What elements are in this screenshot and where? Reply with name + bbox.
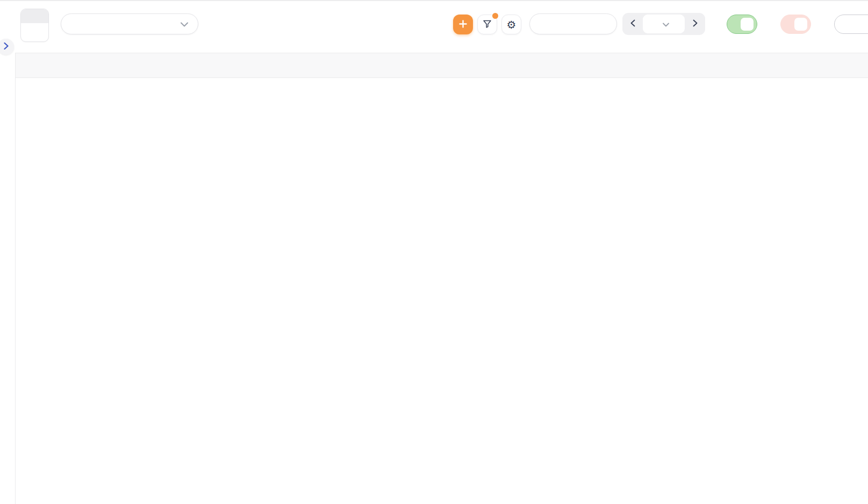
filter-notification-dot	[492, 13, 498, 19]
date-badge-month	[21, 9, 48, 23]
plus-icon	[458, 19, 468, 30]
gear-icon: ⚙	[507, 18, 517, 31]
view-selector[interactable]	[643, 15, 685, 33]
filter-button[interactable]	[477, 15, 497, 34]
chevron-left-icon	[630, 19, 635, 29]
view-switcher	[622, 13, 705, 35]
date-badge-day	[21, 23, 48, 42]
filter-completed-pill[interactable]	[834, 15, 868, 34]
settings-button[interactable]: ⚙	[501, 15, 521, 34]
funnel-icon	[483, 19, 492, 30]
filter-expired-pill[interactable]	[780, 15, 811, 34]
filter-expired-count	[794, 18, 807, 31]
date-badge	[20, 9, 49, 42]
prev-period-button[interactable]	[622, 13, 643, 35]
chevron-down-icon	[663, 19, 669, 29]
chevron-down-icon	[181, 19, 188, 29]
chevron-right-icon	[4, 42, 9, 51]
calendar-grid	[15, 53, 868, 504]
project-selector[interactable]	[61, 13, 198, 34]
filter-active-pill[interactable]	[727, 15, 757, 34]
next-period-button[interactable]	[685, 13, 705, 35]
add-event-button[interactable]	[453, 15, 473, 34]
today-button[interactable]	[529, 13, 617, 34]
sidebar-expand-button[interactable]	[0, 39, 14, 55]
chevron-right-icon	[693, 19, 698, 29]
calendar-header-row	[16, 53, 868, 78]
filter-active-count	[741, 18, 754, 31]
